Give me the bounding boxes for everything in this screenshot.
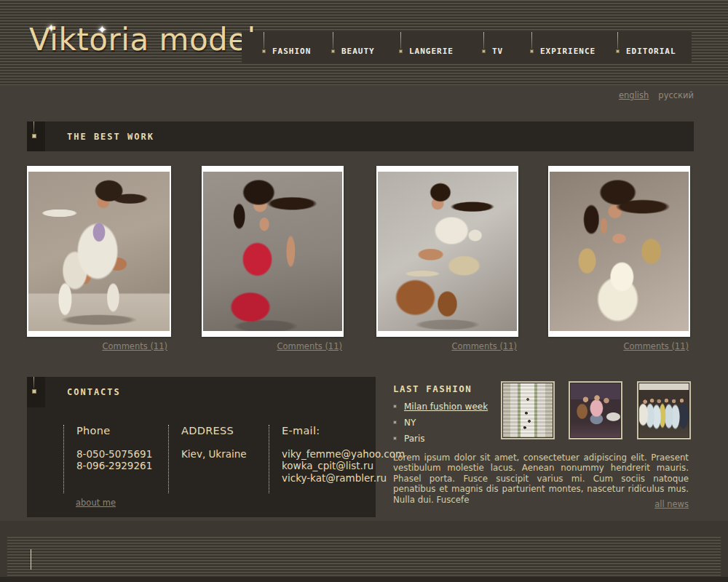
nav-item-editorial[interactable]: EDITORIAL xyxy=(616,32,676,64)
nav-item-label: EXPIRIENCE xyxy=(540,47,596,56)
nav-item-langerie[interactable]: LANGERIE xyxy=(399,32,454,64)
square-bullet-icon xyxy=(482,49,486,53)
footer-bottom-bar xyxy=(0,577,728,582)
nav-tick-line xyxy=(483,32,484,49)
nav-item-label: TV xyxy=(492,47,503,56)
last-fashion-paragraph: Lorem ipsum dolor sit amet, consectetuer… xyxy=(393,453,689,505)
best-work-photo-2[interactable] xyxy=(202,166,344,337)
contact-phone-column: Phone 8-050-5075691 8-096-2929261 xyxy=(63,425,165,493)
phone-number: 8-050-5075691 xyxy=(76,448,165,460)
all-news-link[interactable]: all news xyxy=(654,499,689,509)
square-bullet-icon xyxy=(393,420,397,424)
lang-link-russian[interactable]: русский xyxy=(658,90,694,100)
photo-model-red-dress xyxy=(203,172,342,331)
best-work-photo-1[interactable] xyxy=(27,166,171,337)
main-nav: FASHION BEAUTY LANGERIE TV EXPIRIENCE xyxy=(242,32,692,64)
comments-link-2[interactable]: Comments (11) xyxy=(202,341,342,351)
phone-label: Phone xyxy=(76,425,165,436)
lang-link-english[interactable]: english xyxy=(619,90,649,100)
square-bullet-icon xyxy=(32,134,36,138)
square-bullet-icon xyxy=(331,49,335,53)
square-bullet-icon xyxy=(616,49,620,53)
comments-link-1[interactable]: Comments (11) xyxy=(27,341,167,351)
contact-address-column: ADDRESS Kiev, Ukraine xyxy=(168,425,263,493)
last-fashion-list: Milan fushion week NY Paris xyxy=(393,402,488,450)
email-address: viky_femme@yahoo.com xyxy=(282,448,374,460)
list-item: Paris xyxy=(393,434,488,443)
best-work-photo-4[interactable] xyxy=(548,166,690,337)
best-work-photo-3[interactable] xyxy=(376,166,518,337)
photo-party-crowd xyxy=(571,383,620,437)
news-link-milan[interactable]: Milan fushion week xyxy=(404,402,488,412)
square-bullet-icon xyxy=(530,49,534,53)
best-work-header: THE BEST WORK xyxy=(27,121,694,151)
language-switcher: english русский xyxy=(619,90,694,100)
footer-divider-line xyxy=(31,549,31,570)
nav-tick-line xyxy=(617,32,618,49)
site-logo[interactable]: Viktoria model xyxy=(29,25,256,55)
nav-item-label: FASHION xyxy=(272,47,311,56)
address-value: Kiev, Ukraine xyxy=(181,448,263,460)
square-bullet-icon xyxy=(393,436,397,440)
photo-model-cream-dress xyxy=(550,172,689,331)
address-label: ADDRESS xyxy=(181,425,263,436)
masthead: ✦ ✦ Viktoria model FASHION BEAUTY LANGER… xyxy=(0,0,728,85)
nav-item-tv[interactable]: TV xyxy=(482,32,503,64)
list-item: NY xyxy=(393,418,488,427)
photo-model-white-coat xyxy=(28,172,170,331)
footer-stripes xyxy=(7,537,721,578)
section-title: CONTACTS xyxy=(67,387,121,397)
nav-item-label: EDITORIAL xyxy=(626,47,676,56)
nav-tick-line xyxy=(400,32,401,49)
email-address: vicky-kat@rambler.ru xyxy=(282,472,374,484)
square-bullet-icon xyxy=(32,389,36,394)
tick-line xyxy=(33,121,34,133)
news-item-paris: Paris xyxy=(404,434,425,444)
last-fashion-thumb-1[interactable] xyxy=(501,381,555,439)
news-item-ny: NY xyxy=(404,418,416,428)
last-fashion-thumb-2[interactable] xyxy=(569,381,622,439)
section-bar-lead xyxy=(27,377,45,407)
photo-model-khaki-capri xyxy=(378,172,517,331)
photo-models-group xyxy=(639,383,689,437)
comments-link-3[interactable]: Comments (11) xyxy=(376,341,517,351)
section-title: THE BEST WORK xyxy=(67,132,154,142)
square-bullet-icon xyxy=(393,404,397,408)
square-bullet-icon xyxy=(262,49,266,53)
phone-number: 8-096-2929261 xyxy=(76,460,165,471)
nav-tick-line xyxy=(264,32,264,49)
section-bar-lead xyxy=(27,121,45,151)
last-fashion-title: LAST FASHION xyxy=(393,383,472,394)
list-item: Milan fushion week xyxy=(393,402,488,411)
comments-link-4[interactable]: Comments (11) xyxy=(548,341,689,351)
contact-email-column: E-mail: viky_femme@yahoo.com kowka_cpit@… xyxy=(269,425,374,493)
footer xyxy=(0,521,728,582)
nav-item-fashion[interactable]: FASHION xyxy=(262,32,311,64)
nav-item-label: LANGERIE xyxy=(409,47,454,56)
nav-item-beauty[interactable]: BEAUTY xyxy=(331,32,375,64)
email-label: E-mail: xyxy=(282,425,374,436)
contacts-panel: CONTACTS Phone 8-050-5075691 8-096-29292… xyxy=(27,377,376,517)
square-bullet-icon xyxy=(399,49,403,53)
tick-line xyxy=(33,377,34,388)
page: ✦ ✦ Viktoria model FASHION BEAUTY LANGER… xyxy=(0,0,728,582)
nav-tick-line xyxy=(333,32,333,49)
contacts-header: CONTACTS xyxy=(27,377,376,407)
email-address: kowka_cpit@list.ru xyxy=(282,460,374,471)
photo-runway-show xyxy=(503,383,553,437)
nav-tick-line xyxy=(531,32,532,49)
nav-item-expirience[interactable]: EXPIRIENCE xyxy=(530,32,596,64)
nav-item-label: BEAUTY xyxy=(341,47,375,56)
about-me-link[interactable]: about me xyxy=(76,498,116,508)
last-fashion-thumb-3[interactable] xyxy=(637,381,691,439)
